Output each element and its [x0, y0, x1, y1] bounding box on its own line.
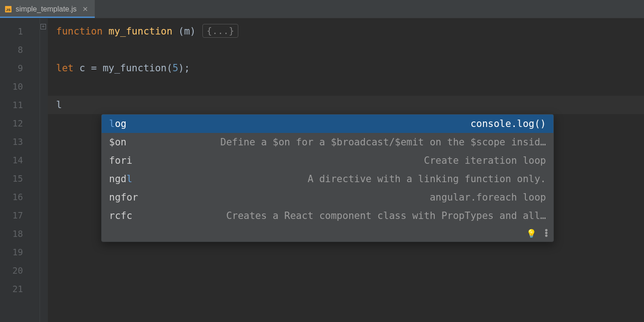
fold-expand-icon[interactable]: + — [40, 24, 46, 29]
completion-item[interactable]: $onDefine a $on for a $broadcast/$emit o… — [102, 133, 553, 151]
code-text: (m) — [178, 26, 202, 37]
completion-desc: Define a $on for a $broadcast/$emit on t… — [220, 137, 546, 148]
kebab-icon[interactable]: ••• — [544, 229, 548, 237]
fold-column: + — [40, 18, 48, 322]
code-line-current: l — [48, 96, 644, 114]
tab-filename: simple_template.js — [16, 5, 77, 13]
js-file-icon: JS — [5, 6, 12, 13]
completion-item[interactable]: foriCreate iteration loop — [102, 151, 553, 170]
completion-name: ngfor — [109, 192, 138, 203]
gutter: + 189101112131415161718192021 — [0, 18, 48, 322]
completion-desc: Creates a React component class with Pro… — [226, 210, 546, 221]
completion-name: log — [109, 118, 126, 129]
completion-name: fori — [109, 155, 132, 166]
completion-name: $on — [109, 137, 126, 148]
svg-text:JS: JS — [6, 8, 11, 12]
keyword: let — [56, 63, 74, 74]
editor: + 189101112131415161718192021 function m… — [0, 18, 644, 322]
bulb-icon[interactable]: 💡 — [526, 229, 536, 238]
code-line — [48, 280, 644, 298]
code-line — [48, 40, 644, 59]
keyword: function — [56, 26, 103, 37]
code-line — [48, 243, 644, 261]
code-area[interactable]: function my_function (m) {...} let c = m… — [48, 18, 644, 322]
completion-desc: A directive with a linking function only… — [308, 173, 546, 184]
completion-item[interactable]: ngdlA directive with a linking function … — [102, 170, 553, 188]
completion-name: ngdl — [109, 173, 132, 184]
completion-item[interactable]: ngforangular.foreach loop — [102, 188, 553, 207]
close-tab-icon[interactable]: ✕ — [82, 5, 88, 13]
completion-item[interactable]: rcfcCreates a React component class with… — [102, 207, 553, 225]
completion-popup[interactable]: logconsole.log()$onDefine a $on for a $b… — [101, 114, 554, 242]
code-line — [48, 261, 644, 280]
completion-desc: Create iteration loop — [424, 155, 546, 166]
typed-text: l — [56, 99, 62, 110]
number-literal: 5 — [172, 63, 178, 74]
completion-item[interactable]: logconsole.log() — [102, 115, 553, 133]
fold-badge[interactable]: {...} — [202, 24, 238, 38]
code-text: c = my_function( — [74, 63, 172, 74]
code-text: ); — [178, 63, 190, 74]
tab-bar: JS simple_template.js ✕ — [0, 0, 644, 18]
editor-tab[interactable]: JS simple_template.js ✕ — [0, 0, 95, 18]
completion-name: rcfc — [109, 210, 132, 221]
completion-footer: 💡 ••• — [102, 225, 553, 242]
completion-desc: angular.foreach loop — [430, 192, 546, 203]
function-name: my_function — [103, 26, 178, 37]
code-line — [48, 77, 644, 96]
code-line: let c = my_function(5); — [48, 59, 644, 77]
completion-desc: console.log() — [471, 118, 546, 129]
code-line: function my_function (m) {...} — [48, 22, 644, 40]
